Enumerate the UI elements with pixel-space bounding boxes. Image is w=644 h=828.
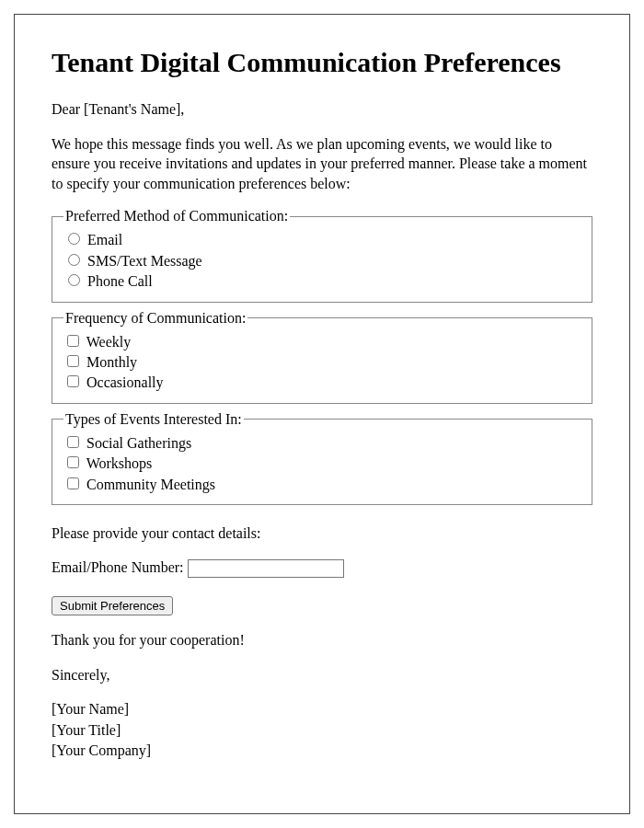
- signature-company: [Your Company]: [52, 741, 592, 761]
- frequency-fieldset: Frequency of Communication: Weekly Month…: [52, 310, 592, 404]
- frequency-checkbox-monthly[interactable]: [67, 355, 79, 367]
- closing-text: Sincerely,: [52, 665, 592, 685]
- method-option-row: Phone Call: [63, 271, 581, 292]
- thanks-text: Thank you for your cooperation!: [52, 630, 592, 650]
- events-checkbox-workshops[interactable]: [67, 456, 79, 468]
- events-checkbox-community[interactable]: [67, 477, 79, 489]
- contact-prompt: Please provide your contact details:: [52, 523, 592, 544]
- contact-section: Please provide your contact details: Ema…: [52, 523, 592, 578]
- events-option-row: Workshops: [63, 454, 581, 474]
- signature-block: [Your Name] [Your Title] [Your Company]: [52, 699, 592, 761]
- method-option-row: SMS/Text Message: [63, 251, 581, 271]
- contact-label: Email/Phone Number:: [52, 559, 188, 575]
- frequency-option-row: Occasionally: [63, 373, 581, 393]
- events-option-row: Community Meetings: [63, 475, 581, 495]
- submit-button[interactable]: Submit Preferences: [52, 596, 173, 615]
- signature-name: [Your Name]: [52, 699, 592, 719]
- events-fieldset: Types of Events Interested In: Social Ga…: [52, 411, 592, 505]
- contact-input[interactable]: [188, 559, 344, 578]
- method-radio-phone[interactable]: [68, 274, 80, 286]
- contact-row: Email/Phone Number:: [52, 558, 592, 578]
- method-label-phone: Phone Call: [87, 273, 153, 289]
- greeting-text: Dear [Tenant's Name],: [52, 99, 592, 120]
- method-label-sms: SMS/Text Message: [87, 253, 202, 269]
- frequency-label-occasionally: Occasionally: [86, 374, 164, 390]
- method-radio-email[interactable]: [68, 233, 80, 245]
- events-legend: Types of Events Interested In:: [63, 411, 244, 428]
- events-option-row: Social Gatherings: [63, 433, 581, 454]
- events-label-social: Social Gatherings: [86, 435, 191, 451]
- frequency-label-weekly: Weekly: [86, 334, 131, 350]
- signature-title: [Your Title]: [52, 720, 592, 741]
- frequency-checkbox-weekly[interactable]: [67, 335, 79, 347]
- page-title: Tenant Digital Communication Preferences: [52, 46, 592, 79]
- method-option-row: Email: [63, 230, 581, 250]
- events-checkbox-social[interactable]: [67, 436, 79, 448]
- frequency-label-monthly: Monthly: [86, 354, 137, 370]
- frequency-option-row: Monthly: [63, 352, 581, 373]
- events-label-community: Community Meetings: [86, 477, 215, 492]
- method-label-email: Email: [87, 232, 122, 247]
- frequency-checkbox-occasionally[interactable]: [67, 375, 79, 387]
- events-label-workshops: Workshops: [86, 455, 153, 471]
- method-radio-sms[interactable]: [68, 254, 80, 266]
- frequency-legend: Frequency of Communication:: [63, 310, 247, 327]
- intro-text: We hope this message finds you well. As …: [52, 134, 592, 194]
- method-legend: Preferred Method of Communication:: [63, 208, 290, 224]
- frequency-option-row: Weekly: [63, 332, 581, 352]
- method-fieldset: Preferred Method of Communication: Email…: [52, 208, 592, 302]
- document-container: Tenant Digital Communication Preferences…: [14, 14, 630, 814]
